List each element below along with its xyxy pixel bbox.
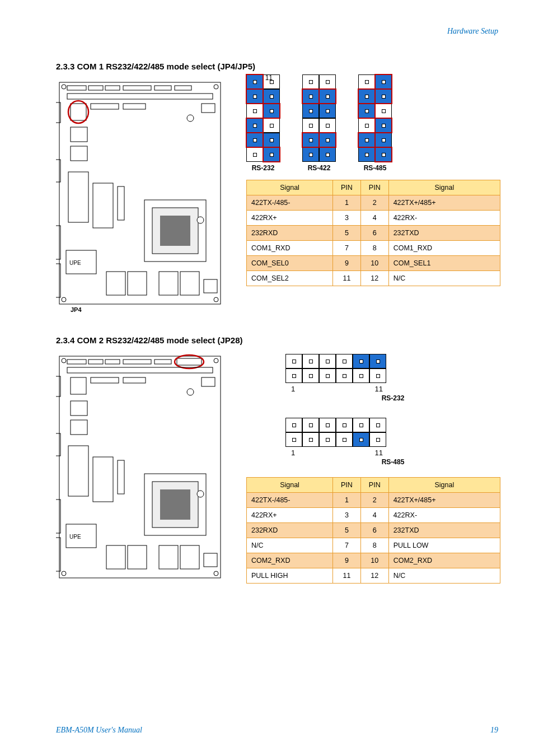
table-cell: 11	[333, 271, 361, 286]
table-cell: 4	[360, 211, 388, 226]
table-cell: COM1_RXD	[388, 241, 500, 256]
table-cell: 12	[360, 568, 388, 584]
table-cell: N/C	[388, 271, 500, 286]
svg-point-32	[62, 85, 66, 89]
table-cell: PULL HIGH	[247, 568, 333, 584]
footer-left: EBM-A50M User's Manual	[56, 726, 142, 735]
svg-point-35	[214, 297, 218, 302]
table-cell: 422TX-/485-	[247, 493, 333, 508]
table-cell: 7	[333, 538, 361, 553]
table-cell: 422TX+/485+	[388, 195, 500, 211]
pinlabel: 1	[291, 449, 295, 457]
jumper-h-rs232: 1 11 RS-232	[285, 354, 500, 402]
caption-rs422: RS-422	[302, 164, 336, 172]
table-cell: 2	[360, 195, 388, 211]
table-cell: 4	[360, 508, 388, 523]
table-row: COM1_RXD78COM1_RXD	[247, 241, 500, 256]
table-row: 422TX-/485-12422TX+/485+	[247, 493, 500, 508]
table-cell: 422TX+/485+	[388, 493, 500, 508]
jumper-rs485: 11 1 RS-485	[358, 74, 392, 172]
table-cell: N/C	[247, 538, 333, 553]
table-cell: 6	[360, 523, 388, 538]
board-diagram-2: UPE	[56, 351, 224, 580]
svg-point-71	[214, 358, 218, 363]
page: Hardware Setup 2.3.3 COM 1 RS232/422/485…	[0, 0, 534, 756]
table-row: COM_SEL21112N/C	[247, 271, 500, 286]
table-cell: 422RX+	[247, 211, 333, 226]
jumper-row-1: 11 1 RS-232 11	[246, 74, 500, 172]
table-cell: COM2_RXD	[388, 553, 500, 568]
pinlabel: 1	[291, 385, 295, 393]
table-cell: COM1_RXD	[247, 241, 333, 256]
svg-point-33	[214, 85, 218, 89]
table-cell: COM_SEL2	[247, 271, 333, 286]
table-row: N/C78PULL LOW	[247, 538, 500, 553]
table-row: PULL HIGH1112N/C	[247, 568, 500, 584]
table-cell: COM2_RXD	[247, 553, 333, 568]
pinlabel: 11	[265, 74, 273, 82]
jumper-h-rs485: 1 11 RS-485	[285, 418, 500, 466]
table-cell: 12	[360, 271, 388, 286]
table-cell: 232TXD	[388, 523, 500, 538]
table-cell: 10	[360, 553, 388, 568]
table-cell: N/C	[388, 568, 500, 584]
svg-point-75	[197, 491, 204, 497]
svg-text:UPE: UPE	[69, 534, 81, 540]
svg-rect-21	[160, 216, 190, 246]
table-cell: 10	[360, 256, 388, 271]
table-cell: 8	[360, 538, 388, 553]
jumper-rs422: 11 1 RS-422	[302, 74, 336, 172]
table-cell: 422RX-	[388, 508, 500, 523]
svg-point-73	[214, 571, 218, 576]
table-row: 422RX+34422RX-	[247, 508, 500, 523]
footer-right: 19	[490, 726, 498, 735]
table-cell: COM_SEL1	[388, 256, 500, 271]
table-cell: 5	[333, 226, 361, 241]
caption-h-rs485: RS-485	[285, 458, 500, 466]
table-cell: 232TXD	[388, 226, 500, 241]
svg-point-70	[62, 358, 66, 363]
pinlabel: 11	[375, 449, 383, 457]
table-row: 232RXD56232TXD	[247, 523, 500, 538]
table-row: 232RXD56232TXD	[247, 226, 500, 241]
jumper-rs232: 11 1 RS-232	[246, 74, 280, 172]
table-cell: 8	[360, 241, 388, 256]
table-cell: 232RXD	[247, 226, 333, 241]
table-cell: 6	[360, 226, 388, 241]
table-cell: 3	[333, 508, 361, 523]
table-cell: 422RX-	[388, 211, 500, 226]
table-cell: 11	[333, 568, 361, 584]
table-row: 422RX+34422RX-	[247, 211, 500, 226]
section-1: 2.3.3 COM 1 RS232/422/485 mode select (J…	[56, 62, 500, 313]
pin-table-1: Signal PIN PIN Signal 422TX-/485-12422TX…	[246, 180, 500, 286]
caption-rs485: RS-485	[358, 164, 392, 172]
svg-text:UPE: UPE	[69, 260, 81, 266]
table-cell: 422TX-/485-	[247, 195, 333, 211]
table-row: COM_SEL0910COM_SEL1	[247, 256, 500, 271]
svg-point-72	[62, 571, 66, 576]
table-cell: 3	[333, 211, 361, 226]
table-cell: PULL LOW	[388, 538, 500, 553]
table-row: 422TX-/485-12422TX+/485+	[247, 195, 500, 211]
table-cell: 1	[333, 195, 361, 211]
svg-rect-38	[59, 356, 221, 578]
svg-point-34	[62, 297, 66, 302]
section-1-title: 2.3.3 COM 1 RS232/422/485 mode select (J…	[56, 62, 500, 71]
svg-point-74	[187, 389, 194, 395]
pinlabel: 11	[375, 385, 383, 393]
table-cell: 9	[333, 256, 361, 271]
board-diagram-1: UPE	[56, 77, 224, 306]
pin-table-2: Signal PIN PIN Signal 422TX-/485-12422TX…	[246, 477, 500, 584]
table-cell: 1	[333, 493, 361, 508]
section-2: 2.3.4 COM 2 RS232/422/485 mode select (J…	[56, 335, 500, 584]
svg-point-36	[187, 115, 194, 122]
table-cell: 422RX+	[247, 508, 333, 523]
table-cell: 232RXD	[247, 523, 333, 538]
table-cell: 5	[333, 523, 361, 538]
footer: EBM-A50M User's Manual 19	[0, 726, 534, 735]
table-cell: 2	[360, 493, 388, 508]
table-cell: 7	[333, 241, 361, 256]
table-cell: 9	[333, 553, 361, 568]
section-2-title: 2.3.4 COM 2 RS232/422/485 mode select (J…	[56, 335, 500, 345]
svg-rect-59	[160, 489, 190, 520]
